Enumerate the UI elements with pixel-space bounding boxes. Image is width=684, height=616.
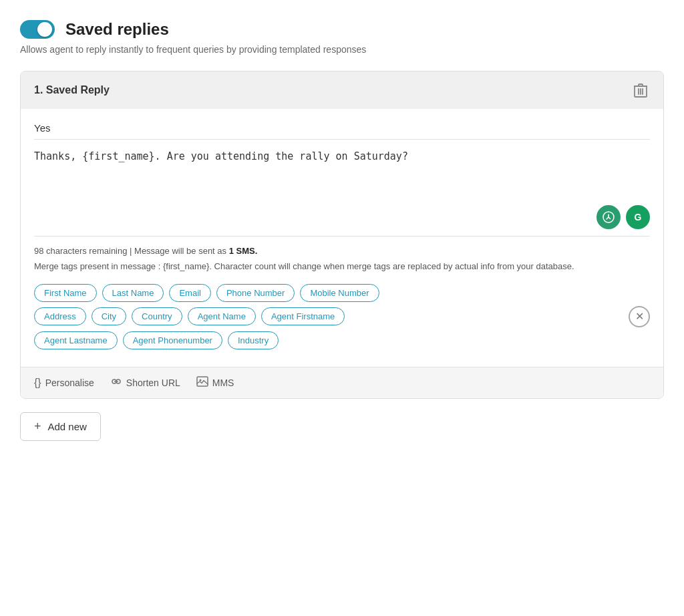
plus-icon: + [34, 420, 41, 434]
card-footer: {} Personalise Shorten URL [21, 367, 663, 398]
shorten-url-icon [110, 375, 122, 390]
tag-last-name[interactable]: Last Name [102, 284, 164, 302]
divider [34, 236, 650, 237]
tag-city[interactable]: City [92, 307, 126, 325]
saved-reply-card: 1. Saved Reply Thanks, {first_name}. Are… [20, 71, 664, 399]
personalise-action[interactable]: {} Personalise [34, 377, 94, 389]
tag-first-name[interactable]: First Name [34, 284, 97, 302]
tag-agent-phonenumber[interactable]: Agent Phonenumber [123, 331, 222, 349]
mms-icon [196, 376, 208, 390]
page-subtitle: Allows agent to reply instantly to frequ… [20, 44, 664, 55]
personalise-label: Personalise [45, 377, 94, 388]
close-tags-button[interactable]: ✕ [629, 306, 650, 327]
tag-email[interactable]: Email [169, 284, 211, 302]
personalise-icon: {} [34, 377, 41, 389]
tag-country[interactable]: Country [132, 307, 182, 325]
grammarly-icon[interactable]: G [626, 205, 650, 229]
shorten-url-label: Shorten URL [126, 377, 180, 388]
tag-agent-lastname[interactable]: Agent Lastname [34, 331, 118, 349]
tag-address[interactable]: Address [34, 307, 86, 325]
page-header: Saved replies [20, 20, 664, 39]
tags-row-2: Address City Country Agent Name Agent Fi… [34, 306, 650, 327]
close-icon: ✕ [635, 310, 644, 323]
card-title: 1. Saved Reply [34, 84, 110, 96]
reply-name-input[interactable] [34, 122, 650, 140]
add-new-button[interactable]: + Add new [20, 412, 101, 441]
grammarly-label: G [635, 212, 642, 222]
tag-mobile-number[interactable]: Mobile Number [300, 284, 379, 302]
mms-label: MMS [212, 377, 234, 388]
merge-tag-info: Merge tags present in message : {first_n… [34, 260, 650, 273]
tags-row-1: First Name Last Name Email Phone Number … [34, 284, 650, 302]
add-new-label: Add new [48, 421, 87, 432]
toggle-thumb [37, 22, 52, 37]
tag-agent-firstname[interactable]: Agent Firstname [261, 307, 345, 325]
delete-button[interactable] [631, 81, 650, 100]
char-count-text: 98 characters remaining | Message will b… [34, 246, 650, 256]
char-count-label: 98 characters remaining | Message will b… [34, 246, 229, 256]
personalise-editor-icon[interactable] [596, 205, 621, 229]
reply-message-textarea[interactable]: Thanks, {first_name}. Are you attending … [34, 149, 650, 202]
page-title: Saved replies [65, 20, 169, 39]
card-header: 1. Saved Reply [21, 71, 663, 109]
shorten-url-action[interactable]: Shorten URL [110, 375, 180, 390]
sms-label: 1 SMS. [229, 246, 258, 256]
editor-action-icons: G [34, 205, 650, 229]
card-body: Thanks, {first_name}. Are you attending … [21, 109, 663, 367]
tag-phone-number[interactable]: Phone Number [216, 284, 295, 302]
tag-agent-name[interactable]: Agent Name [188, 307, 256, 325]
svg-point-5 [199, 379, 201, 381]
saved-replies-toggle[interactable] [20, 20, 55, 39]
mms-action[interactable]: MMS [196, 376, 234, 390]
svg-rect-4 [197, 377, 208, 386]
tag-industry[interactable]: Industry [228, 331, 279, 349]
tags-row-3: Agent Lastname Agent Phonenumber Industr… [34, 331, 650, 349]
